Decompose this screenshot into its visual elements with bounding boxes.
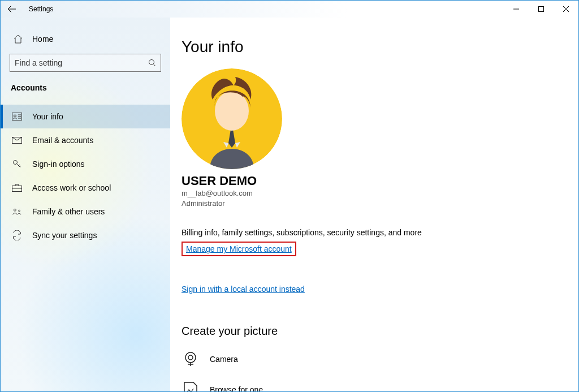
- mail-icon: [12, 137, 22, 144]
- local-account-link[interactable]: Sign in with a local account instead: [182, 285, 305, 294]
- browse-button[interactable]: Browse for one: [182, 381, 567, 391]
- close-button[interactable]: [554, 1, 578, 18]
- camera-label: Camera: [210, 355, 238, 364]
- sidebar-item-family[interactable]: Family & other users: [1, 200, 170, 223]
- highlight-box: Manage my Microsoft account: [182, 242, 296, 256]
- sidebar-item-work[interactable]: Access work or school: [1, 176, 170, 200]
- search-icon: [148, 59, 156, 67]
- sidebar-item-label: Email & accounts: [32, 136, 93, 145]
- browse-label: Browse for one: [210, 385, 263, 391]
- svg-point-11: [185, 352, 196, 363]
- minimize-icon: [513, 6, 519, 12]
- main-content: Your info USER DEMO m__lab@outlook.com A…: [170, 18, 578, 391]
- sidebar-item-email[interactable]: Email & accounts: [1, 128, 170, 152]
- home-nav[interactable]: Home: [10, 29, 161, 49]
- sidebar-item-label: Your info: [32, 112, 63, 121]
- svg-point-5: [14, 161, 18, 165]
- sidebar: Home Accounts Your info Email & accounts…: [1, 18, 170, 391]
- sidebar-item-label: Sign-in options: [32, 160, 85, 169]
- page-title: Your info: [182, 38, 567, 56]
- maximize-button[interactable]: [529, 1, 554, 18]
- sidebar-item-your-info[interactable]: Your info: [1, 105, 170, 128]
- your-info-icon: [12, 113, 22, 120]
- user-email: m__lab@outlook.com: [182, 188, 567, 199]
- titlebar: Settings: [1, 1, 578, 18]
- svg-point-8: [19, 210, 20, 212]
- create-picture-title: Create your picture: [182, 325, 567, 338]
- avatar: [182, 68, 282, 169]
- sidebar-section-title: Accounts: [11, 83, 161, 92]
- family-icon: [12, 208, 22, 216]
- sidebar-nav: Your info Email & accounts Sign-in optio…: [1, 105, 170, 247]
- sidebar-item-label: Access work or school: [32, 183, 111, 192]
- sync-icon: [12, 230, 22, 240]
- manage-account-link[interactable]: Manage my Microsoft account: [186, 244, 292, 253]
- briefcase-icon: [12, 184, 22, 192]
- avatar-image: [182, 68, 282, 169]
- svg-point-1: [149, 60, 154, 65]
- minimize-button[interactable]: [504, 1, 529, 18]
- search-input[interactable]: [15, 58, 148, 67]
- svg-point-3: [14, 115, 16, 117]
- sidebar-item-label: Family & other users: [32, 207, 105, 216]
- sidebar-item-label: Sync your settings: [32, 231, 97, 240]
- svg-point-12: [188, 355, 193, 360]
- window-title: Settings: [23, 5, 53, 13]
- username: USER DEMO: [182, 174, 567, 188]
- camera-button[interactable]: Camera: [182, 350, 567, 368]
- maximize-icon: [538, 6, 544, 12]
- key-icon: [12, 159, 22, 169]
- close-icon: [563, 6, 569, 12]
- billing-text: Billing info, family settings, subscript…: [182, 228, 567, 237]
- home-icon: [13, 34, 23, 44]
- sidebar-item-sync[interactable]: Sync your settings: [1, 223, 170, 247]
- user-role: Administrator: [182, 199, 567, 209]
- svg-rect-0: [539, 7, 544, 12]
- camera-icon: [182, 350, 200, 368]
- svg-point-10: [215, 91, 249, 131]
- arrow-left-icon: [7, 5, 16, 14]
- home-label: Home: [32, 35, 53, 44]
- search-box[interactable]: [10, 54, 161, 72]
- back-button[interactable]: [1, 1, 23, 18]
- sidebar-item-signin[interactable]: Sign-in options: [1, 152, 170, 176]
- svg-point-7: [14, 209, 16, 211]
- browse-icon: [182, 381, 200, 391]
